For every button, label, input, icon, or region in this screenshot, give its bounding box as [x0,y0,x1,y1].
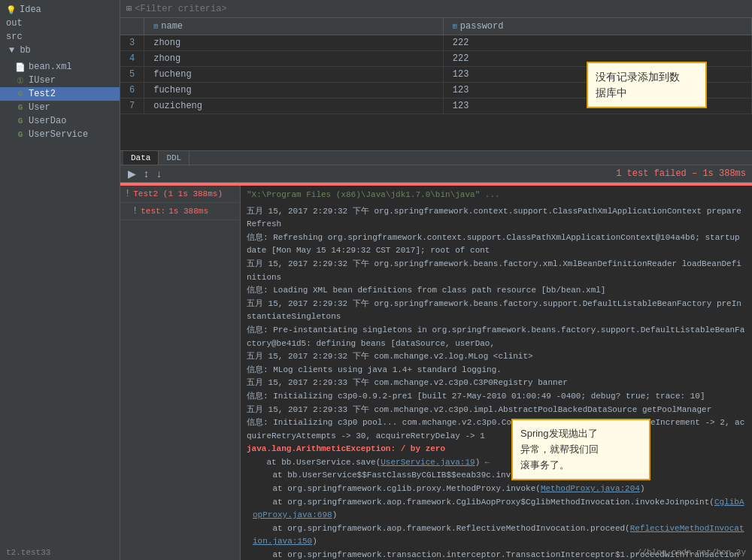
sidebar-top: 💡 Idea out src ▼ bb [0,0,120,60]
log-line: at org.springframework.aop.framework.Ref… [247,522,746,549]
table-row: 3zhong222 [120,35,752,51]
log-line: at bb.UserService$$FastClassByCGLIB$$eea… [247,469,746,483]
log-line: 信息: Initializing c3p0 pool... com.mchang… [247,416,746,443]
sidebar-item-beanxml[interactable]: 📄 bean.xml [0,60,120,74]
sidebar-item-iuser[interactable]: ① IUser [0,74,120,87]
cell-name: ouzicheng [144,98,444,114]
cell-num: 4 [120,51,144,67]
sidebar-item-out[interactable]: out [0,17,120,30]
cell-num: 7 [120,98,144,114]
cell-name: zhong [144,35,444,51]
test-toolbar: ▶ ↕ ↓ 1 test failed – 1s 388ms [120,165,752,183]
col-name: ⊞name [144,18,444,35]
cell-password: 222 [443,35,751,51]
log-line: 信息: MLog clients using java 1.4+ standar… [247,364,746,377]
right-content: ⊞ ⊞name ⊞password 3zhong2224zhong2225fuc… [120,0,752,560]
cell-name: fucheng [144,83,444,98]
sidebar-item-userservice[interactable]: G UserService [0,128,120,141]
sidebar-item-idea[interactable]: 💡 Idea [0,3,120,17]
log-container: 五月 15, 2017 2:29:32 下午 org.springframewo… [247,205,746,560]
iuser-icon: ① [15,76,26,86]
sidebar-item-src[interactable]: src [0,30,120,44]
sidebar-item-bb[interactable]: ▼ bb [0,44,120,57]
java-link[interactable]: ReflectiveMethodInvocation.java:150 [253,524,744,546]
error-icon-1: ! [125,189,130,199]
user-icon: G [15,103,26,112]
log-line: 信息: Loading XML bean definitions from cl… [247,284,746,298]
stack-at: at bb.UserService.save( [247,458,381,467]
error-icon-2: ! [132,206,138,216]
xml-icon: 📄 [15,62,26,72]
cell-num: 3 [120,35,144,51]
test-output[interactable]: "X:\Program Files (x86)\Java\jdk1.7.0\bi… [241,186,752,560]
log-line: 信息: Initializing c3p0-0.9.2-pre1 [built … [247,390,746,404]
table-header-row: ⊞name ⊞password [120,18,752,35]
test-list: ! Test2 (1 1s 388ms) ! test: 1s 388ms [120,186,241,560]
sidebar-item-test2[interactable]: G Test2 [0,87,120,101]
db-toolbar: ⊞ [120,0,752,18]
annotation-box-no-record: 没有记录添加到数 据库中 [587,62,707,108]
test-list-item-test2[interactable]: ! Test2 (1 1s 388ms) [120,186,240,203]
log-line: at org.springframework.aop.framework.Cgl… [247,496,746,522]
db-tabs: Data DDL [120,150,752,165]
java-path-line: "X:\Program Files (x86)\Java\jdk1.7.0\bi… [247,189,746,202]
toolbar-btn-1[interactable]: ▶ [126,168,138,180]
log-line: 五月 15, 2017 2:29:32 下午 com.mchange.v2.lo… [247,350,746,364]
cell-num: 6 [120,83,144,98]
sidebar: 💡 Idea out src ▼ bb 📄 bean.xml ① IUser [0,0,120,560]
sidebar-items: 📄 bean.xml ① IUser G Test2 G User G User… [0,60,120,141]
password-col-icon: ⊞ [453,23,457,31]
cell-name: fucheng [144,67,444,83]
test-panel: ▶ ↕ ↓ 1 test failed – 1s 388ms ! Test2 (… [120,165,752,560]
sidebar-item-userdao[interactable]: G UserDao [0,114,120,128]
col-num [120,18,144,35]
userservice-link[interactable]: UserService.java:19 [381,458,475,467]
log-line: java.lang.ArithmeticException: / by zero [247,443,746,456]
log-line: 五月 15, 2017 2:29:32 下午 org.springframewo… [247,205,746,232]
log-line: 五月 15, 2017 2:29:33 下午 com.mchange.v2.c3… [247,377,746,390]
test-status: 1 test failed – 1s 388ms [459,168,747,179]
log-line: 信息: Refreshing org.springframework.conte… [247,232,746,258]
userdao-icon: G [15,117,26,126]
test2-icon: G [15,89,26,98]
col-password: ⊞password [443,18,751,35]
test-list-item-label-1: Test2 (1 1s 388ms) [133,189,223,198]
toolbar-btn-3[interactable]: ↓ [155,168,163,180]
java-link[interactable]: CglibAopProxy.java:698 [253,498,744,520]
log-line: 五月 15, 2017 2:29:32 下午 org.springframewo… [247,258,746,284]
log-line: 信息: Pre-instantiating singletons in org.… [247,324,746,350]
sidebar-item-user[interactable]: G User [0,101,120,114]
java-link[interactable]: MethodProxy.java:204 [541,484,640,493]
log-line: 五月 15, 2017 2:29:33 下午 com.mchange.v2.c3… [247,404,746,417]
cell-name: zhong [144,51,444,67]
toolbar-btn-2[interactable]: ↕ [142,168,150,180]
log-line: at bb.UserService.save(UserService.java:… [247,456,746,470]
tab-ddl[interactable]: DDL [159,151,190,165]
main-layout: 💡 Idea out src ▼ bb 📄 bean.xml ① IUser [0,0,752,560]
annotation-box-spring-rollback: Spring发现抛出了 异常，就帮我们回 滚事务了。 [511,419,650,480]
userservice-icon: G [15,130,26,139]
log-line: 五月 15, 2017 2:29:32 下午 org.springframewo… [247,298,746,324]
filter-input[interactable] [135,4,746,14]
test-content: ! Test2 (1 1s 388ms) ! test: 1s 388ms "X… [120,186,752,560]
cell-num: 5 [120,67,144,83]
test-status-text: 1 test failed – 1s 388ms [616,168,746,179]
filter-icon: ⊞ [126,3,132,14]
log-line: at org.springframework.cglib.proxy.Metho… [247,483,746,496]
test-list-item-time-2: 1s 388ms [168,207,208,216]
sidebar-footer-label: t2.test33 [0,545,120,560]
name-col-icon: ⊞ [153,23,158,31]
test-list-item-test[interactable]: ! test: 1s 388ms [120,203,240,220]
tab-data[interactable]: Data [123,151,159,165]
test-list-item-label-2: test: [141,207,165,216]
idea-icon: 💡 [6,5,17,15]
blog-watermark: //blog.csdn.net/hon_3y [637,548,746,557]
